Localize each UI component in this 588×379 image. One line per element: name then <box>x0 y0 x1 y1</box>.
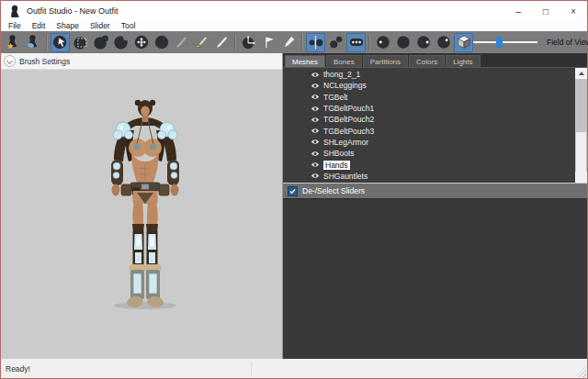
mask-brush-button[interactable] <box>71 33 90 52</box>
visibility-eye-icon[interactable] <box>311 106 320 112</box>
visibility-eye-icon[interactable] <box>311 72 320 78</box>
xmirror-toggle-button[interactable] <box>306 33 325 52</box>
xmirror-toggle-icon <box>308 34 324 50</box>
visibility-eye-icon[interactable] <box>311 173 320 179</box>
scroll-up-button[interactable] <box>575 68 587 79</box>
tab-lights[interactable]: Lights <box>446 55 480 67</box>
tab-partitions[interactable]: Partitions <box>363 55 408 67</box>
visibility-eye-icon[interactable] <box>311 150 320 157</box>
toolbar-group <box>373 33 473 52</box>
mesh-name[interactable]: SHGauntlets <box>323 172 368 181</box>
mesh-name[interactable]: TGBelt <box>323 93 347 102</box>
visibility-eye-icon[interactable] <box>311 162 320 168</box>
toolbar-buttons <box>4 33 473 52</box>
scrollbar-thumb[interactable] <box>576 132 586 182</box>
fov-slider-thumb[interactable] <box>496 37 503 48</box>
visibility-eye-icon[interactable] <box>311 128 320 134</box>
visibility-eye-icon[interactable] <box>311 83 320 89</box>
mesh-name[interactable]: Hands <box>323 161 350 170</box>
mesh-list-scrollbar[interactable] <box>575 68 587 183</box>
deselect-sliders-header[interactable]: De-/Select Sliders <box>283 183 587 199</box>
menubar: FileEditShapeSliderTool <box>1 21 587 31</box>
mesh-name[interactable]: thong_2_1 <box>323 70 360 79</box>
viewport-3d[interactable] <box>1 70 282 359</box>
toolbar-group <box>306 33 366 52</box>
status-text: Ready! <box>6 364 30 373</box>
mesh-row[interactable]: SHLegArmor <box>283 137 575 148</box>
connected-toggle-button[interactable] <box>326 33 345 52</box>
mesh-row[interactable]: TGBeltPouch1 <box>283 103 575 114</box>
pivot-tool-button[interactable] <box>259 33 278 52</box>
weight-brush-button[interactable] <box>172 33 191 52</box>
tab-colors[interactable]: Colors <box>409 55 445 67</box>
load-reference-button[interactable] <box>24 33 43 52</box>
maximize-button[interactable]: □ <box>532 1 560 21</box>
edge-tool-button[interactable] <box>279 33 299 52</box>
mesh-row[interactable]: Hands <box>283 159 575 170</box>
menu-shape[interactable]: Shape <box>52 21 86 31</box>
right-panel: MeshesBonesPartitionsColorsLights thong_… <box>283 53 587 359</box>
mesh-row[interactable]: NCLeggings <box>283 80 575 91</box>
tab-bones[interactable]: Bones <box>326 55 362 67</box>
color-brush-button[interactable] <box>192 33 211 52</box>
titlebar[interactable]: Outfit Studio - New Outfit –□× <box>1 1 587 21</box>
tab-meshes[interactable]: Meshes <box>285 55 325 67</box>
scrollbar-track[interactable] <box>575 79 587 172</box>
inflate-brush-button[interactable] <box>91 33 110 52</box>
mesh-name[interactable]: SHLegArmor <box>323 138 368 147</box>
light-directional-2-button[interactable] <box>413 33 433 52</box>
character-model <box>86 95 206 310</box>
connected-toggle-icon <box>328 34 345 50</box>
close-button[interactable]: × <box>560 1 587 21</box>
light-frontal-icon <box>375 34 391 50</box>
collision-toggle-button[interactable] <box>346 33 366 52</box>
mesh-name[interactable]: TGBeltPouch2 <box>323 115 374 124</box>
light-directional-1-button[interactable] <box>393 33 413 52</box>
toolbar-separator <box>368 34 370 50</box>
visibility-eye-icon[interactable] <box>311 117 320 123</box>
menu-edit[interactable]: Edit <box>28 21 53 31</box>
mesh-row[interactable]: TGBeltPouch2 <box>283 114 575 125</box>
deflate-brush-button[interactable] <box>111 33 130 52</box>
alpha-brush-icon <box>214 34 231 50</box>
mesh-name[interactable]: NCLeggings <box>323 81 367 90</box>
light-frontal-button[interactable] <box>373 33 392 52</box>
mesh-row[interactable]: SHBoots <box>283 148 575 159</box>
sliders-panel <box>283 199 587 359</box>
mesh-row[interactable]: TGBeltPouch3 <box>283 125 575 136</box>
menu-slider[interactable]: Slider <box>86 21 118 31</box>
mesh-row[interactable]: SHGauntlets <box>283 171 575 182</box>
brush-settings-header[interactable]: Brush Settings <box>1 53 282 70</box>
alpha-brush-button[interactable] <box>212 33 232 52</box>
collapse-chevron-icon[interactable] <box>4 55 16 67</box>
toolbar-separator <box>301 34 303 50</box>
fov-slider[interactable] <box>473 36 537 49</box>
app-logo-icon <box>8 4 21 18</box>
mesh-row[interactable]: TGBelt <box>283 92 575 103</box>
smooth-brush-button[interactable] <box>152 33 171 52</box>
light-directional-2-icon <box>415 34 432 50</box>
deselect-sliders-checkbox[interactable] <box>288 186 298 196</box>
visibility-eye-icon[interactable] <box>311 139 320 145</box>
textures-toggle-button[interactable] <box>454 33 473 52</box>
menu-file[interactable]: File <box>5 21 28 31</box>
load-reference-icon <box>26 34 42 50</box>
resize-grip[interactable] <box>575 366 586 377</box>
transform-tool-button[interactable] <box>239 33 258 52</box>
select-tool-icon <box>52 34 69 50</box>
mesh-row[interactable]: thong_2_1 <box>283 69 575 80</box>
select-tool-button[interactable] <box>51 33 70 52</box>
minimize-button[interactable]: – <box>504 1 532 21</box>
toolbar-group <box>239 33 299 52</box>
fov-slider-track[interactable] <box>473 41 537 43</box>
visibility-eye-icon[interactable] <box>311 94 320 100</box>
light-directional-3-button[interactable] <box>434 33 453 52</box>
menu-tool[interactable]: Tool <box>118 21 143 31</box>
load-project-button[interactable] <box>4 33 23 52</box>
move-brush-button[interactable] <box>131 33 151 52</box>
fov-label: Field of View: 65 <box>547 38 588 47</box>
mesh-name[interactable]: TGBeltPouch1 <box>323 104 374 113</box>
textures-toggle-icon <box>456 34 472 50</box>
mesh-name[interactable]: TGBeltPouch3 <box>323 127 374 136</box>
mesh-name[interactable]: SHBoots <box>323 149 355 158</box>
